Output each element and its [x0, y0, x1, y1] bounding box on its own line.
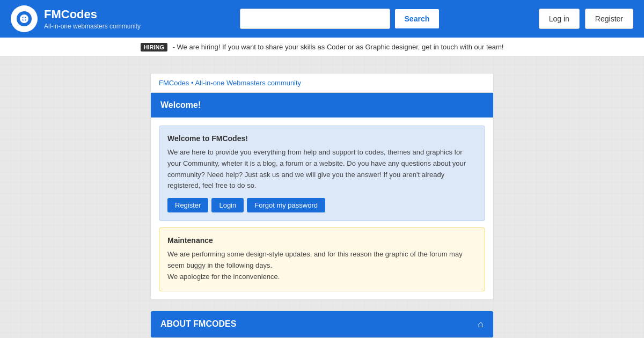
welcome-body: Welcome to FMCodes! We are here to provi…: [151, 117, 493, 299]
hiring-bar: HIRING - We are hiring! If you want to s…: [0, 38, 644, 57]
logo-icon: [11, 5, 38, 32]
about-title: ABOUT FMCODES: [160, 319, 236, 329]
maintenance-line2: We apologize for the inconvenience.: [167, 271, 477, 283]
header-actions: Log in Register: [539, 9, 633, 29]
welcome-register-button[interactable]: Register: [167, 198, 208, 212]
site-info: FMCodes All-in-one webmasters community: [44, 8, 141, 30]
main-content: FMCodes • All-in-one Webmasters communit…: [145, 73, 499, 338]
site-tagline: All-in-one webmasters community: [44, 23, 141, 30]
about-header: ABOUT FMCODES ⌂: [151, 311, 493, 337]
welcome-box-title: Welcome to FMCodes!: [167, 134, 477, 143]
welcome-btn-group: Register Login Forgot my password: [167, 198, 477, 212]
search-input[interactable]: [240, 9, 390, 29]
forgot-password-button[interactable]: Forgot my password: [247, 198, 325, 212]
welcome-login-button[interactable]: Login: [211, 198, 244, 212]
welcome-box-body: We are here to provide you everything fr…: [167, 147, 477, 192]
search-button[interactable]: Search: [394, 9, 440, 29]
maintenance-line1: We are performing some design-style upda…: [167, 249, 477, 271]
hiring-message: - We are hiring! If you want to share yo…: [173, 43, 504, 51]
breadcrumb-link[interactable]: FMCodes • All-in-one Webmasters communit…: [159, 79, 301, 87]
breadcrumb: FMCodes • All-in-one Webmasters communit…: [150, 73, 494, 93]
svg-rect-4: [24, 16, 25, 22]
welcome-header: Welcome!: [151, 93, 493, 117]
welcome-section: Welcome! Welcome to FMCodes! We are here…: [150, 93, 494, 300]
logo-area: FMCodes All-in-one webmasters community: [11, 5, 141, 32]
maintenance-box: Maintenance We are performing some desig…: [159, 227, 485, 291]
about-section: ABOUT FMCODES ⌂: [150, 311, 494, 338]
hiring-badge: HIRING: [141, 43, 168, 52]
maintenance-title: Maintenance: [167, 236, 477, 245]
header-search: Search: [141, 9, 539, 29]
site-name: FMCodes: [44, 8, 141, 21]
welcome-box: Welcome to FMCodes! We are here to provi…: [159, 126, 485, 221]
register-button[interactable]: Register: [585, 9, 633, 29]
login-button[interactable]: Log in: [539, 9, 580, 29]
header: FMCodes All-in-one webmasters community …: [0, 0, 644, 38]
home-icon: ⌂: [478, 319, 484, 330]
